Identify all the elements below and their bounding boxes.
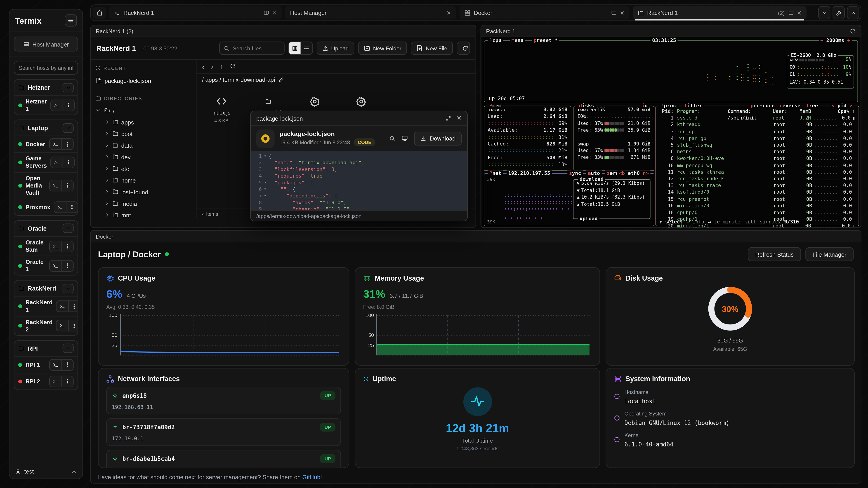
nav-forward-button[interactable]: › — [211, 62, 214, 71]
host-item[interactable]: RPI 2 — [14, 373, 78, 389]
group-header[interactable]: Laptop — [14, 120, 78, 136]
host-item[interactable]: RackNerd 1 — [14, 296, 78, 316]
host-menu-button[interactable] — [61, 180, 73, 191]
tree-dir-data[interactable]: data — [95, 139, 191, 151]
code-viewer[interactable]: 1▾{2 "name": "termix-download-api",3 "lo… — [251, 151, 467, 210]
close-tab-button[interactable]: ✕ — [797, 10, 802, 16]
group-collapse-button[interactable] — [63, 83, 74, 92]
tree-dir-etc[interactable]: etc — [95, 163, 191, 174]
search-in-file-icon[interactable] — [389, 135, 395, 141]
sidebar-footer[interactable]: test — [9, 464, 83, 479]
nav-back-button[interactable]: ‹ — [202, 62, 205, 71]
expand-icon[interactable] — [445, 116, 451, 121]
new-file-button[interactable]: New File — [411, 41, 453, 55]
tree-dir-apps[interactable]: apps — [95, 116, 191, 128]
tree-dir-home[interactable]: home — [95, 174, 191, 186]
new-folder-button[interactable]: New Folder — [358, 41, 407, 55]
open-terminal-button[interactable] — [50, 241, 61, 252]
split-view-icon[interactable] — [788, 10, 794, 15]
panel-expand-button[interactable] — [847, 6, 859, 20]
host-search-input[interactable] — [14, 61, 78, 74]
group-collapse-button[interactable] — [63, 224, 74, 233]
file-tile[interactable] — [298, 94, 331, 110]
host-menu-button[interactable] — [61, 241, 73, 252]
file-search-input[interactable] — [232, 45, 277, 51]
open-terminal-button[interactable] — [57, 321, 68, 331]
open-terminal-button[interactable] — [54, 202, 66, 213]
host-menu-button[interactable] — [62, 100, 74, 110]
host-item[interactable]: Docker — [14, 136, 78, 152]
panel-collapse-button[interactable] — [818, 6, 831, 20]
open-terminal-button[interactable] — [50, 180, 61, 191]
tree-root[interactable]: / — [95, 105, 191, 116]
group-collapse-button[interactable] — [63, 284, 74, 293]
host-menu-button[interactable] — [68, 301, 78, 312]
host-menu-button[interactable] — [68, 321, 78, 331]
split-view-icon[interactable] — [611, 10, 616, 15]
host-item[interactable]: Game Servers — [14, 152, 78, 172]
tab-host-manager[interactable]: Host Manager✕ — [285, 6, 456, 20]
terminal-sync-button[interactable] — [850, 28, 856, 34]
open-terminal-button[interactable] — [50, 376, 61, 387]
tree-dir-dev[interactable]: dev — [95, 151, 191, 163]
file-search[interactable] — [219, 41, 285, 55]
tab-docker[interactable]: Docker✕ — [460, 6, 629, 20]
file-tile[interactable] — [345, 94, 377, 110]
open-terminal-button[interactable] — [57, 301, 68, 312]
host-manager-button[interactable]: Host Manager — [14, 37, 78, 52]
host-item[interactable]: Proxmox — [14, 199, 78, 215]
open-terminal-button[interactable] — [50, 360, 61, 370]
open-terminal-button[interactable] — [50, 139, 61, 150]
tree-dir-media[interactable]: media — [95, 197, 191, 209]
list-view-button[interactable] — [301, 42, 312, 54]
host-item[interactable]: Open Media Vault — [14, 172, 78, 198]
edit-path-icon[interactable] — [278, 77, 284, 82]
tree-dir-boot[interactable]: boot — [95, 128, 191, 139]
host-item[interactable]: RackNerd 2 — [14, 316, 78, 335]
sidebar-collapse-button[interactable] — [65, 14, 77, 27]
host-menu-button[interactable] — [61, 139, 73, 150]
group-header[interactable]: Oracle — [14, 221, 78, 236]
host-menu-button[interactable] — [61, 360, 73, 370]
open-in-viewer-icon[interactable] — [401, 135, 408, 142]
tree-dir-lost+found[interactable]: lost+found — [95, 186, 191, 197]
terminal-screen[interactable]: ¹cpumenupreset *03:31:25− 2000ms +::::::… — [482, 37, 860, 227]
group-collapse-button[interactable] — [63, 123, 74, 133]
modal-close-button[interactable]: ✕ — [457, 115, 462, 122]
nav-up-button[interactable]: ↑ — [220, 63, 223, 70]
host-item[interactable]: RPI 1 — [14, 356, 78, 373]
refresh-button[interactable] — [457, 41, 470, 55]
host-item[interactable]: Oracle 1 — [14, 256, 78, 275]
group-header[interactable]: RPI — [14, 341, 78, 356]
close-tab-button[interactable]: ✕ — [272, 10, 277, 16]
tab-racknerd-1[interactable]: RackNerd 1✕ — [109, 6, 282, 20]
close-tab-button[interactable]: ✕ — [620, 10, 625, 16]
tab-racknerd-1[interactable]: RackNerd 1(2)✕ — [633, 6, 807, 20]
home-button[interactable] — [92, 6, 106, 19]
tree-dir-mnt[interactable]: mnt — [95, 209, 191, 219]
host-menu-button[interactable] — [62, 157, 74, 168]
breadcrumb[interactable]: / apps / termix-download-api — [196, 74, 475, 86]
file-manager-button[interactable]: File Manager — [805, 248, 854, 261]
recent-file-item[interactable]: package-lock.json — [95, 74, 191, 87]
github-link[interactable]: GitHub! — [302, 474, 322, 480]
grid-view-button[interactable] — [289, 42, 301, 54]
download-button[interactable]: Download — [414, 131, 462, 145]
split-view-icon[interactable] — [264, 10, 269, 15]
nav-refresh-button[interactable] — [230, 61, 236, 71]
group-header[interactable]: Hetzner — [14, 80, 78, 95]
host-item[interactable]: Oracle Sam — [14, 236, 78, 256]
open-terminal-button[interactable] — [51, 157, 62, 168]
host-item[interactable]: Hetzner 1 — [14, 95, 78, 115]
refresh-status-button[interactable]: Refresh Status — [748, 248, 801, 261]
host-menu-button[interactable] — [66, 202, 77, 213]
host-menu-button[interactable] — [61, 260, 73, 271]
open-terminal-button[interactable] — [51, 100, 62, 110]
upload-button[interactable]: Upload — [317, 41, 354, 55]
host-menu-button[interactable] — [61, 376, 73, 387]
tools-button[interactable] — [833, 6, 845, 20]
group-collapse-button[interactable] — [63, 344, 74, 353]
file-tile-index.js[interactable]: index.js4.3 KB — [206, 94, 238, 123]
open-terminal-button[interactable] — [50, 260, 61, 271]
close-tab-button[interactable]: ✕ — [446, 10, 451, 16]
